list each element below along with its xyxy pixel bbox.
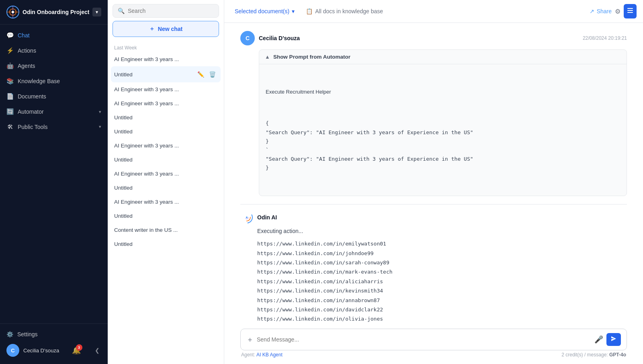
microphone-button[interactable]: 🎤 bbox=[594, 335, 603, 344]
ai-message-group: Odin AI Executing action... https://www.… bbox=[240, 211, 627, 324]
sidebar-project-dropdown[interactable]: ▾ bbox=[92, 8, 101, 16]
chat-list-item[interactable]: Untitled bbox=[111, 153, 221, 167]
selected-documents-button[interactable]: Selected document(s) ▾ bbox=[231, 6, 299, 17]
knowledge-base-icon: 📚 bbox=[6, 78, 14, 85]
chat-list-item[interactable]: AI Engineer with 3 years ... bbox=[111, 139, 221, 153]
message-input[interactable] bbox=[257, 336, 591, 343]
actions-icon: ⚡ bbox=[6, 47, 14, 54]
chat-list-item[interactable]: AI Engineer with 3 years ... bbox=[111, 96, 221, 110]
agents-icon: 🤖 bbox=[6, 62, 14, 70]
chat-list-item[interactable]: Untitled bbox=[111, 237, 221, 251]
ai-content: Executing action... https://www.linkedin… bbox=[257, 228, 627, 324]
search-icon: 🔍 bbox=[118, 8, 125, 14]
all-docs-button[interactable]: 📋 All docs in knowledge base bbox=[302, 6, 387, 17]
search-box: 🔍 bbox=[113, 4, 219, 18]
message-author: C Cecilia D'souza bbox=[240, 31, 300, 45]
chat-list-item[interactable]: Untitled ✏️ 🗑️ bbox=[111, 66, 221, 82]
svg-rect-7 bbox=[627, 12, 633, 13]
result-link: https://www.linkedin.com/in/olivia-jones bbox=[257, 314, 627, 323]
notifications-button[interactable]: 🔔 3 bbox=[72, 346, 81, 355]
sidebar-item-chat[interactable]: 💬 Chat bbox=[0, 28, 108, 43]
chat-item-name: Untitled bbox=[114, 185, 217, 191]
chat-settings-button[interactable]: ⚙ bbox=[615, 8, 620, 15]
share-button[interactable]: ↗ Share bbox=[590, 8, 612, 14]
chat-items-container: AI Engineer with 3 years ... Untitled ✏️… bbox=[111, 52, 221, 251]
collapse-sidebar-button[interactable]: ❮ bbox=[93, 346, 101, 355]
chat-section-label: Last Week bbox=[111, 41, 221, 52]
main-chat-area: Selected document(s) ▾ 📋 All docs in kno… bbox=[224, 0, 643, 364]
result-link: https://www.linkedin.com/in/mark-evans-t… bbox=[257, 267, 627, 276]
sidebar-item-label-chat: Chat bbox=[18, 32, 30, 39]
links-block: https://www.linkedin.com/in/emilywatson0… bbox=[257, 239, 627, 324]
sidebar-title: Odin Onboarding Project bbox=[23, 9, 89, 15]
sidebar-item-label-public-tools: Public Tools bbox=[18, 124, 47, 130]
chat-list-item[interactable]: AI Engineer with 3 years ... bbox=[111, 167, 221, 181]
prompt-action-label: Execute Recruitment Helper bbox=[266, 88, 620, 96]
result-link: https://www.linkedin.com/in/annabrown87 bbox=[257, 296, 627, 305]
chat-list-item[interactable]: Untitled bbox=[111, 110, 221, 125]
chat-item-name: AI Engineer with 3 years ... bbox=[114, 86, 217, 92]
user-display-name: Cecilia D'souza bbox=[23, 348, 59, 354]
agent-label: Agent: bbox=[241, 352, 255, 358]
chat-list-item[interactable]: AI Engineer with 3 years ... bbox=[111, 52, 221, 66]
panel-toggle-button[interactable] bbox=[624, 4, 637, 18]
chat-list-item[interactable]: Untitled bbox=[111, 209, 221, 223]
sidebar-item-public-tools[interactable]: 🛠 Public Tools ▾ bbox=[0, 119, 108, 134]
chat-item-name: AI Engineer with 3 years ... bbox=[114, 171, 217, 177]
odin-logo-icon bbox=[6, 6, 19, 18]
settings-item[interactable]: ⚙️ Settings bbox=[6, 328, 101, 341]
sidebar-item-automator[interactable]: 🔄 Automator ▾ bbox=[0, 104, 108, 119]
new-chat-button[interactable]: ＋ New chat bbox=[113, 21, 219, 37]
result-link: https://www.linkedin.com/in/kevinsmith34 bbox=[257, 286, 627, 295]
agent-name-link[interactable]: AI KB Agent bbox=[256, 352, 283, 358]
sidebar-nav: 💬 Chat ⚡ Actions 🤖 Agents 📚 Knowledge Ba… bbox=[0, 25, 108, 323]
chat-item-actions: ✏️ 🗑️ bbox=[196, 70, 217, 78]
automator-label-wrap: 🔄 Automator bbox=[6, 108, 44, 115]
chat-list-item[interactable]: AI Engineer with 3 years ... bbox=[111, 82, 221, 96]
prompt-block: ▲ Show Prompt from Automator Execute Rec… bbox=[259, 49, 627, 196]
public-tools-chevron-icon: ▾ bbox=[99, 124, 101, 129]
executing-text: Executing action... bbox=[257, 228, 627, 234]
rename-chat-button[interactable]: ✏️ bbox=[196, 70, 206, 78]
chat-item-name: Content writer in the US ... bbox=[114, 227, 217, 233]
message-timestamp: 22/08/2024 20:19:21 bbox=[583, 35, 627, 41]
chat-list-item[interactable]: Untitled bbox=[111, 181, 221, 195]
user-avatar: C bbox=[240, 31, 255, 45]
selected-docs-label: Selected document(s) bbox=[235, 8, 289, 14]
prompt-body: Execute Recruitment Helper { "Search Que… bbox=[259, 64, 627, 196]
user-message-group: C Cecilia D'souza 22/08/2024 20:19:21 ▲ … bbox=[240, 31, 627, 196]
ai-name: Odin AI bbox=[257, 214, 277, 221]
send-button[interactable] bbox=[606, 333, 621, 346]
search-input[interactable] bbox=[128, 8, 214, 14]
chat-panel-header: 🔍 ＋ New chat bbox=[108, 0, 224, 41]
chat-list-item[interactable]: Untitled bbox=[111, 125, 221, 139]
sidebar-item-documents[interactable]: 📄 Documents bbox=[0, 89, 108, 104]
svg-point-4 bbox=[12, 11, 14, 13]
documents-icon: 📄 bbox=[6, 93, 14, 100]
send-icon bbox=[610, 335, 617, 342]
notification-badge: 3 bbox=[76, 344, 82, 351]
chat-item-name: AI Engineer with 3 years ... bbox=[114, 56, 217, 62]
sidebar-item-knowledge-base[interactable]: 📚 Knowledge Base bbox=[0, 74, 108, 89]
chat-list-panel: 🔍 ＋ New chat Last Week AI Engineer with … bbox=[108, 0, 224, 364]
agent-info: Agent: AI KB Agent bbox=[241, 352, 283, 358]
prompt-toggle[interactable]: ▲ Show Prompt from Automator bbox=[259, 50, 627, 64]
header-right: ↗ Share ⚙ bbox=[590, 4, 637, 18]
credits-info: 2 credit(s) / message: GPT-4o bbox=[561, 352, 626, 358]
delete-chat-button[interactable]: 🗑️ bbox=[207, 70, 217, 78]
chat-list-item[interactable]: Content writer in the US ... bbox=[111, 223, 221, 237]
chat-item-name: AI Engineer with 3 years ... bbox=[114, 143, 217, 149]
chat-item-name: Untitled bbox=[114, 115, 217, 121]
sidebar-item-label-documents: Documents bbox=[18, 93, 46, 100]
selected-docs-chevron-icon: ▾ bbox=[292, 8, 295, 14]
messages-area: C Cecilia D'souza 22/08/2024 20:19:21 ▲ … bbox=[224, 23, 643, 324]
sidebar-item-actions[interactable]: ⚡ Actions bbox=[0, 43, 108, 58]
add-attachment-button[interactable]: ＋ bbox=[246, 335, 254, 344]
message-input-box: ＋ 🎤 bbox=[240, 329, 627, 350]
sidebar: Odin Onboarding Project ▾ 💬 Chat ⚡ Actio… bbox=[0, 0, 108, 364]
chat-list-item[interactable]: AI Engineer with 3 years ... bbox=[111, 195, 221, 209]
public-tools-icon: 🛠 bbox=[6, 123, 14, 130]
chat-item-name: AI Engineer with 3 years ... bbox=[114, 100, 217, 106]
sidebar-item-agents[interactable]: 🤖 Agents bbox=[0, 58, 108, 74]
result-link: https://www.linkedin.com/in/johndoe99 bbox=[257, 249, 627, 258]
